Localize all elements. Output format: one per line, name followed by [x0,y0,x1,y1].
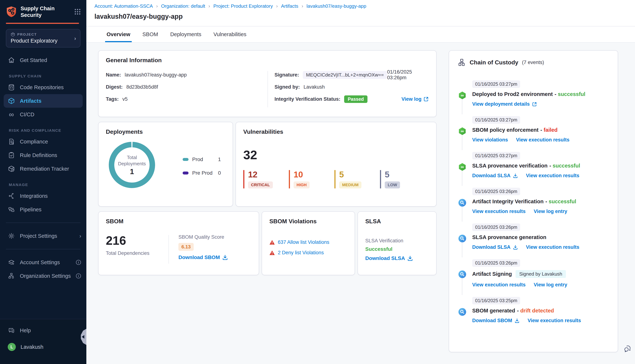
integrity-status-label: Integrity Verification Status: [275,96,340,102]
view-execution-results-link[interactable]: View execution results [526,173,579,178]
signature-label: Signature: [275,72,299,78]
sidebar-item-compliance[interactable]: Compliance [0,135,86,148]
scan-icon [458,308,467,316]
event-status: successful [549,163,580,169]
custody-timeline: 01/16/2025 03:27pm ∞ Deployed to Prod2 e… [458,80,609,324]
breadcrumb-current[interactable]: lavakush07/easy-buggy-app [306,3,366,9]
severity-high: 10 HIGH [289,170,334,188]
sidebar-item-project-settings[interactable]: Project Settings › [0,229,86,243]
sidebar-item-organization-settings[interactable]: Organization Settings [0,269,86,283]
sidebar-item-rule-definitions[interactable]: Rule Definitions [0,148,86,162]
view-log-entry-link[interactable]: View log entry [534,282,567,288]
page-header: Account: Automation-SSCA› Organization: … [86,0,635,26]
breadcrumb-project[interactable]: Project: Product Exploratory [213,3,273,9]
download-slsa-link[interactable]: Download SLSA [472,173,518,178]
integrations-icon [8,192,15,200]
digest-label: Digest: [106,84,123,90]
sidebar-item-code-repositories[interactable]: Code Repositories [0,80,86,94]
download-sbom-link[interactable]: Download SBOM [178,254,228,260]
deployments-donut-chart: Total Deployments 1 [107,140,157,190]
tab-deployments[interactable]: Deployments [169,26,203,42]
sbom-quality-score-label: SBOM Quality Score [178,234,228,240]
sidebar-item-pipelines[interactable]: Pipelines [0,203,86,216]
event-timestamp: 01/16/2025 03:25pm [472,297,520,304]
download-slsa-link[interactable]: Download SLSA [472,244,518,250]
chevron-separator: › [276,3,278,9]
scan-icon [458,198,467,207]
card-title: SBOM Violations [269,218,347,225]
event-sbom-policy-enforcement: 01/16/2025 03:27pm ∞ SBOM policy enforce… [458,116,609,143]
view-execution-results-link[interactable]: View execution results [472,208,526,214]
view-execution-results-link[interactable]: View execution results [516,137,570,143]
vulnerabilities-total: 32 [243,148,429,162]
project-selector[interactable]: PROJECT Product Exploratory › [6,29,81,48]
layers-gear-icon [8,259,15,266]
severity-medium: 5 MEDIUM [334,170,380,188]
brand-underline [6,23,79,24]
sidebar-user[interactable]: L Lavakush [0,340,86,354]
svg-text:∞: ∞ [461,93,464,98]
download-sbom-link[interactable]: Download SBOM [472,318,520,324]
home-icon [8,56,15,64]
main-area: Account: Automation-SSCA› Organization: … [86,0,635,364]
sidebar-item-account-settings[interactable]: Account Settings [0,256,86,269]
card-title: Deployments [106,128,225,135]
svg-text:?: ? [10,329,12,331]
cube-icon [11,32,15,37]
sidebar-item-get-started[interactable]: Get Started [0,54,86,67]
chain-of-custody-title: Chain of Custody [470,59,518,66]
breadcrumb-account[interactable]: Account: Automation-SSCA [94,3,153,9]
sidebar-item-help[interactable]: ? Help [0,324,86,337]
event-slsa-provenance-verification: 01/16/2025 03:27pm ∞ SLSA provenance ver… [458,152,609,178]
warning-icon [269,250,275,256]
event-status: successful [554,91,585,97]
event-artifact-integrity-verification: 01/16/2025 03:26pm Artifact Integrity Ve… [458,188,609,214]
sbom-violations-card: SBOM Violations 637 Allow list Violation… [262,211,355,275]
external-link-icon [423,96,429,102]
tab-vulnerabilities[interactable]: Vulnerabilities [212,26,248,42]
card-title: Vulnerabilities [243,128,429,135]
severity-critical: 12 CRITICAL [243,170,289,188]
artifacts-cube-icon [8,97,15,104]
breadcrumb-organization[interactable]: Organization: default [161,3,205,9]
sidebar-item-integrations[interactable]: Integrations [0,189,86,203]
allow-list-violations-link[interactable]: 637 Allow list Violations [278,240,329,245]
pipelines-icon [8,206,15,213]
feedback-chat-icon[interactable] [623,344,632,352]
view-violations-link[interactable]: View violations [472,137,508,143]
artifact-name: lavakush07/easy-buggy-app [125,72,187,78]
tab-sbom[interactable]: SBOM [141,26,159,42]
sidebar-item-remediation-tracker[interactable]: Remediation Tracker [0,162,86,176]
sidebar-item-cicd[interactable]: ∞ CI/CD [0,108,86,121]
sidebar-item-artifacts[interactable]: Artifacts [4,94,83,108]
signature-timestamp: 01/16/2025 03:26pm [387,69,429,80]
info-icon [76,260,81,265]
pipeline-icon: ∞ [458,162,467,171]
vulnerabilities-card: Vulnerabilities 32 12 CRITICAL 10 HIGH [236,122,437,206]
event-deployed-prod2: 01/16/2025 03:27pm ∞ Deployed to Prod2 e… [458,80,609,107]
card-title: SLSA [365,218,429,225]
help-chat-icon: ? [8,327,15,334]
view-deployment-details-link[interactable]: View deployment details [472,101,537,107]
sidebar: Supply Chain Security PROJECT Product Ex… [0,0,86,364]
status-badge: Passed [344,96,368,103]
tab-overview[interactable]: Overview [105,26,132,42]
card-title: General Information [106,57,429,64]
app-title: Supply Chain Security [21,5,55,18]
download-slsa-link[interactable]: Download SLSA [365,256,429,261]
deployments-legend: Prod 1 Pre Prod 0 [183,156,221,190]
module-grid-icon[interactable] [74,8,81,16]
event-status: failed [540,127,557,133]
deny-list-violations-link[interactable]: 2 Deny list Violations [278,250,324,256]
infinity-icon: ∞ [8,111,15,118]
artifact-tags: v5 [122,96,128,102]
view-log-link[interactable]: View log [401,96,429,102]
page-title: lavakush07/easy-buggy-app [94,13,626,20]
view-execution-results-link[interactable]: View execution results [528,318,581,324]
breadcrumb-artifacts[interactable]: Artifacts [281,3,298,9]
view-log-entry-link[interactable]: View log entry [534,208,567,214]
view-execution-results-link[interactable]: View execution results [472,282,526,288]
view-execution-results-link[interactable]: View execution results [526,244,579,250]
chevron-separator: › [302,3,303,9]
allow-list-violations-row: 637 Allow list Violations [269,240,347,245]
